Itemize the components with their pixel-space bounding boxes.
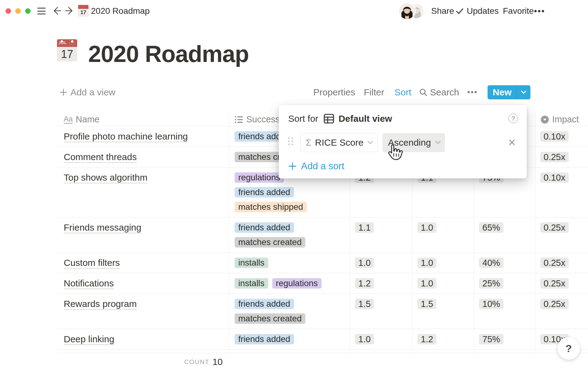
drag-handle-icon[interactable] bbox=[288, 137, 295, 148]
row-value-2[interactable]: 1.2 bbox=[412, 329, 474, 349]
row-value-2[interactable]: 1.0 bbox=[412, 217, 474, 252]
row-tags[interactable]: installs bbox=[229, 253, 350, 273]
count-calc[interactable]: COUNT 10 bbox=[57, 353, 229, 368]
sidebar-menu-icon[interactable] bbox=[37, 8, 46, 14]
row-value-2[interactable]: 1.5 bbox=[412, 294, 474, 329]
row-value-2[interactable]: 1.0 bbox=[412, 273, 474, 293]
tag-blue[interactable]: friends added bbox=[235, 299, 294, 309]
tag-gray[interactable]: matches created bbox=[235, 313, 305, 324]
row-value-3[interactable]: 10% bbox=[474, 294, 535, 329]
value-pill[interactable]: 0.25x bbox=[540, 222, 569, 233]
row-value-1[interactable]: 1.1 bbox=[350, 217, 412, 252]
row-tags[interactable]: installsregulations bbox=[229, 273, 350, 293]
value-pill[interactable]: 1.5 bbox=[417, 299, 436, 309]
add-sort-button[interactable]: Add a sort bbox=[288, 161, 344, 172]
new-button[interactable]: New bbox=[488, 85, 530, 99]
value-pill[interactable]: 1.5 bbox=[355, 299, 374, 309]
back-arrow-icon[interactable] bbox=[51, 5, 62, 16]
row-value-3[interactable]: 75% bbox=[474, 329, 535, 349]
value-pill[interactable]: 40% bbox=[479, 258, 503, 268]
value-pill[interactable]: 75% bbox=[479, 334, 503, 344]
avatar[interactable] bbox=[399, 3, 415, 19]
tag-blue[interactable]: friends added bbox=[235, 222, 294, 233]
row-value-2[interactable]: 1.0 bbox=[412, 253, 474, 273]
page-icon-calendar[interactable]: JUL 17 bbox=[57, 39, 77, 61]
value-pill[interactable]: 1.2 bbox=[417, 334, 436, 344]
value-pill[interactable]: 0.25x bbox=[540, 152, 569, 162]
row-impact[interactable]: 0.25x bbox=[535, 217, 588, 252]
row-value-3[interactable]: 25% bbox=[474, 273, 535, 293]
tag-purple[interactable]: regulations bbox=[235, 172, 284, 183]
value-pill[interactable]: 1.2 bbox=[355, 278, 374, 289]
tag-purple[interactable]: regulations bbox=[272, 278, 322, 289]
row-value-1[interactable]: 1.0 bbox=[350, 253, 412, 273]
help-icon[interactable]: ? bbox=[508, 113, 518, 123]
row-impact[interactable]: 0.25x bbox=[535, 294, 588, 329]
favorite-button[interactable]: Favorite bbox=[503, 0, 534, 22]
value-pill[interactable]: 0.25x bbox=[540, 278, 569, 289]
toolbar-more-icon[interactable]: ••• bbox=[467, 85, 478, 100]
topbar-more-icon[interactable]: ••• bbox=[534, 0, 545, 22]
row-value-1[interactable]: 1.5 bbox=[350, 294, 412, 329]
value-pill[interactable]: 10% bbox=[479, 299, 503, 309]
row-tags[interactable]: friends added bbox=[229, 329, 350, 349]
notion-help-button[interactable]: ? bbox=[557, 337, 580, 360]
add-view-button[interactable]: Add a view bbox=[59, 85, 115, 100]
tag-green[interactable]: installs bbox=[235, 258, 268, 268]
row-name[interactable]: Friends messaging bbox=[64, 222, 141, 232]
value-pill[interactable]: 0.10x bbox=[540, 131, 569, 142]
value-pill[interactable]: 0.10x bbox=[540, 172, 569, 183]
row-value-1[interactable]: 1.2 bbox=[350, 273, 412, 293]
tag-blue[interactable]: friends added bbox=[235, 334, 294, 344]
row-value-3[interactable]: 65% bbox=[474, 217, 535, 252]
sort-direction-select[interactable]: Ascending bbox=[383, 133, 445, 152]
row-impact[interactable]: 0.25x bbox=[535, 253, 588, 273]
value-pill[interactable]: 0.25x bbox=[540, 299, 569, 309]
chevron-down-icon[interactable] bbox=[517, 90, 530, 94]
row-value-3[interactable]: 40% bbox=[474, 253, 535, 273]
row-tags[interactable]: friends addedmatches created bbox=[229, 217, 350, 252]
minimize-window-button[interactable] bbox=[15, 8, 21, 14]
search-button[interactable]: Search bbox=[419, 85, 459, 100]
row-impact[interactable]: 0.25x bbox=[535, 147, 588, 167]
row-name[interactable]: Notifications bbox=[64, 278, 114, 288]
updates-button[interactable]: Updates bbox=[455, 0, 499, 22]
zoom-window-button[interactable] bbox=[25, 8, 31, 14]
close-window-button[interactable] bbox=[6, 8, 11, 14]
topbar-doc-title[interactable]: 2020 Roadmap bbox=[91, 0, 149, 22]
tag-gray[interactable]: matches created bbox=[235, 237, 305, 247]
value-pill[interactable]: 1.0 bbox=[417, 258, 436, 268]
row-impact[interactable]: 0.10x bbox=[535, 126, 588, 147]
sort-button[interactable]: Sort bbox=[394, 85, 411, 100]
row-impact[interactable]: 0.25x bbox=[535, 273, 588, 293]
value-pill[interactable]: 1.0 bbox=[417, 278, 436, 289]
row-name[interactable]: Profile photo machine learning bbox=[64, 131, 188, 141]
tag-green[interactable]: installs bbox=[235, 278, 268, 289]
tag-orange[interactable]: matches shipped bbox=[235, 202, 307, 212]
row-name[interactable]: Comment threads bbox=[64, 152, 137, 162]
value-pill[interactable]: 1.0 bbox=[355, 334, 374, 344]
value-pill[interactable]: 25% bbox=[479, 278, 503, 289]
properties-button[interactable]: Properties bbox=[313, 85, 355, 100]
value-pill[interactable]: 0.25x bbox=[540, 258, 569, 268]
doc-calendar-icon: 17 bbox=[78, 5, 89, 17]
value-pill[interactable]: 1.1 bbox=[355, 222, 374, 233]
filter-button[interactable]: Filter bbox=[364, 85, 384, 100]
forward-arrow-icon[interactable] bbox=[64, 5, 75, 16]
row-name[interactable]: Rewards program bbox=[64, 299, 137, 309]
value-pill[interactable]: 1.0 bbox=[355, 258, 374, 268]
value-pill[interactable]: 1.0 bbox=[417, 222, 436, 233]
value-pill[interactable]: 65% bbox=[479, 222, 503, 233]
sort-field-select[interactable]: Σ RICE Score bbox=[300, 133, 378, 152]
row-impact[interactable]: 0.10x bbox=[535, 167, 588, 217]
row-name[interactable]: Custom filters bbox=[64, 258, 120, 268]
row-name[interactable]: Deep linking bbox=[64, 334, 114, 344]
row-name[interactable]: Top shows algorithm bbox=[64, 172, 147, 182]
tag-blue[interactable]: friends added bbox=[235, 187, 294, 197]
remove-sort-icon[interactable]: ✕ bbox=[507, 136, 517, 149]
column-header-impact[interactable]: Impact bbox=[535, 113, 588, 126]
column-header-name[interactable]: Aa Name bbox=[57, 113, 229, 126]
row-tags[interactable]: friends addedmatches created bbox=[229, 294, 350, 329]
share-button[interactable]: Share bbox=[431, 0, 454, 22]
row-value-1[interactable]: 1.0 bbox=[350, 329, 412, 349]
